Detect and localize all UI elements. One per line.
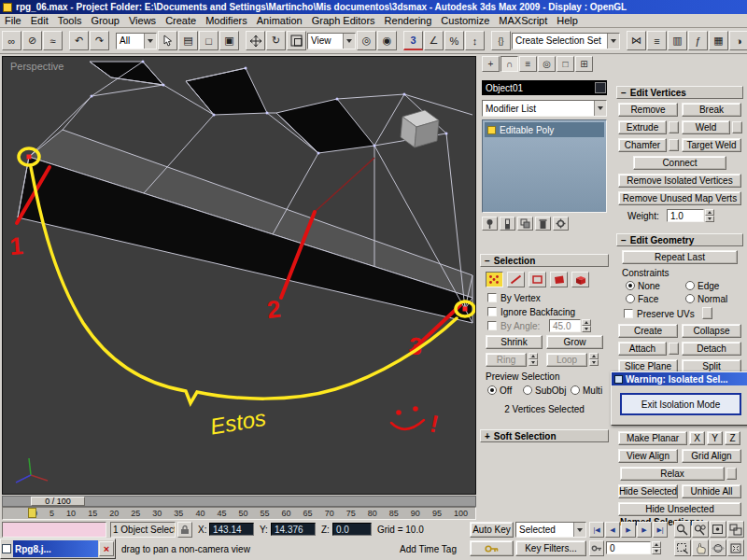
- use-pivot-center-icon[interactable]: ◎: [357, 31, 376, 50]
- select-and-move-icon[interactable]: [246, 31, 265, 50]
- polygon-subobject-icon[interactable]: [550, 272, 568, 287]
- chamfer-settings-button[interactable]: [669, 139, 679, 151]
- preview-multi-radio[interactable]: [571, 385, 580, 395]
- modifier-list-dropdown[interactable]: Modifier List: [482, 100, 607, 117]
- grow-button[interactable]: Grow: [546, 335, 603, 349]
- relax-settings-button[interactable]: [726, 468, 737, 480]
- make-planar-z-button[interactable]: Z: [725, 431, 740, 445]
- loop-button[interactable]: Loop: [546, 353, 587, 367]
- make-planar-button[interactable]: Make Planar: [618, 431, 687, 445]
- window-crossing-icon[interactable]: ▣: [219, 31, 239, 50]
- perspective-viewport[interactable]: Perspective: [2, 56, 476, 495]
- snap-toggle-icon[interactable]: 3: [403, 31, 423, 50]
- maximize-viewport-icon[interactable]: [727, 539, 744, 556]
- track-bar[interactable]: 0 5 10 15 20 25 30 35 40 45 50 55 60 65 …: [2, 507, 476, 520]
- extrude-button[interactable]: Extrude: [618, 120, 667, 134]
- border-subobject-icon[interactable]: [529, 272, 546, 287]
- exit-isolation-mode-button[interactable]: Exit Isolation Mode: [620, 393, 741, 415]
- selection-rollout-header[interactable]: − Selection: [480, 254, 609, 267]
- dialog-title-bar[interactable]: Warning: Isolated Sel...: [612, 372, 747, 385]
- tab-modify[interactable]: ∩: [500, 56, 518, 72]
- element-subobject-icon[interactable]: [571, 272, 589, 287]
- tab-hierarchy[interactable]: ≡: [519, 56, 537, 72]
- selected-vertex[interactable]: [463, 307, 468, 312]
- menu-rendering[interactable]: Rendering: [380, 15, 437, 26]
- x-coordinate-field[interactable]: 143.14: [209, 523, 254, 536]
- shrink-button[interactable]: Shrink: [486, 335, 543, 349]
- edit-vertices-rollout-header[interactable]: − Edit Vertices: [616, 86, 743, 99]
- curve-editor-icon[interactable]: ƒ: [688, 31, 708, 50]
- constraint-none-radio[interactable]: [626, 281, 635, 290]
- hide-unselected-button[interactable]: Hide Unselected: [618, 502, 741, 516]
- target-weld-button[interactable]: Target Weld: [682, 138, 741, 152]
- hide-selected-button[interactable]: Hide Selected: [618, 484, 678, 498]
- align-icon[interactable]: ≡: [647, 31, 667, 50]
- zoom-extents-all-icon[interactable]: [727, 521, 744, 538]
- constraint-edge-radio[interactable]: [685, 281, 695, 290]
- zoom-extents-icon[interactable]: [710, 521, 726, 538]
- by-angle-spinner[interactable]: [582, 319, 591, 332]
- weight-field[interactable]: 1.0: [667, 209, 704, 222]
- z-coordinate-field[interactable]: 0.0: [332, 523, 372, 536]
- go-to-end-button[interactable]: ▶|: [653, 522, 668, 538]
- zoom-icon[interactable]: [674, 521, 691, 538]
- named-selection-sets-dropdown[interactable]: Create Selection Set: [512, 33, 620, 49]
- select-and-manipulate-icon[interactable]: ◉: [377, 31, 397, 50]
- view-align-button[interactable]: View Align: [618, 449, 678, 463]
- attach-button[interactable]: Attach: [618, 342, 667, 356]
- extrude-settings-button[interactable]: [669, 121, 679, 133]
- next-frame-button[interactable]: ▶: [637, 522, 652, 538]
- attach-settings-button[interactable]: [669, 343, 679, 355]
- layer-manager-icon[interactable]: ▥: [668, 31, 687, 50]
- unhide-all-button[interactable]: Unhide All: [682, 484, 741, 498]
- vertex-subobject-icon[interactable]: [486, 272, 503, 287]
- menu-help[interactable]: Help: [552, 15, 583, 26]
- edit-geometry-rollout-header[interactable]: − Edit Geometry: [616, 233, 743, 246]
- remove-button[interactable]: Remove: [618, 103, 678, 117]
- auto-key-button[interactable]: Auto Key: [470, 522, 514, 538]
- remove-unused-map-verts-button[interactable]: Remove Unused Map Verts: [618, 191, 741, 205]
- tab-display[interactable]: □: [557, 56, 574, 72]
- ring-button[interactable]: Ring: [486, 353, 527, 367]
- selected-vertex[interactable]: [27, 155, 32, 160]
- reference-coordinate-dropdown[interactable]: View: [307, 33, 356, 49]
- menu-maxscript[interactable]: MAXScript: [494, 15, 552, 26]
- time-slider-thumb[interactable]: 0 / 100: [31, 497, 85, 506]
- collapse-button[interactable]: Collapse: [682, 324, 741, 338]
- constraint-face-radio[interactable]: [626, 294, 635, 303]
- detach-button[interactable]: Detach: [682, 342, 741, 356]
- menu-group[interactable]: Group: [86, 15, 124, 26]
- tab-create[interactable]: +: [482, 56, 500, 72]
- menu-views[interactable]: Views: [124, 15, 161, 26]
- menu-animation[interactable]: Animation: [252, 15, 307, 26]
- select-by-name-icon[interactable]: ▤: [178, 31, 198, 50]
- tab-motion[interactable]: ◎: [538, 56, 556, 72]
- zoom-region-icon[interactable]: [674, 539, 691, 556]
- minimized-window-title[interactable]: Rpg8.j...: [13, 540, 98, 557]
- create-button[interactable]: Create: [618, 324, 678, 338]
- set-key-button[interactable]: [470, 540, 514, 556]
- current-frame-marker[interactable]: [28, 508, 36, 518]
- by-vertex-checkbox[interactable]: [487, 293, 497, 302]
- spinner-snap-icon[interactable]: ↕: [465, 31, 485, 50]
- select-and-rotate-icon[interactable]: ↻: [266, 31, 286, 50]
- loop-spinner[interactable]: [589, 353, 599, 366]
- menu-create[interactable]: Create: [161, 15, 201, 26]
- edit-named-selection-sets-icon[interactable]: {}: [491, 31, 511, 50]
- weight-spinner[interactable]: [705, 209, 714, 222]
- pan-hand-icon[interactable]: [692, 539, 709, 556]
- redo-icon[interactable]: ↷: [90, 31, 109, 50]
- constraint-normal-radio[interactable]: [685, 294, 695, 303]
- schematic-view-icon[interactable]: ▦: [709, 31, 728, 50]
- connect-button[interactable]: Connect: [633, 156, 726, 170]
- minimized-window-close-icon[interactable]: ×: [99, 541, 114, 556]
- configure-modifier-sets-icon[interactable]: [553, 217, 569, 231]
- bind-to-space-warp-icon[interactable]: ≈: [43, 31, 63, 50]
- menu-modifiers[interactable]: Modifiers: [201, 15, 252, 26]
- key-filters-button[interactable]: Key Filters...: [515, 540, 586, 556]
- ring-spinner[interactable]: [529, 353, 538, 366]
- remove-isolated-vertices-button[interactable]: Remove Isolated Vertices: [618, 174, 741, 188]
- maxscript-listener-mini[interactable]: [2, 522, 106, 538]
- key-mode-toggle-icon[interactable]: [589, 540, 604, 556]
- edge-subobject-icon[interactable]: [507, 272, 525, 287]
